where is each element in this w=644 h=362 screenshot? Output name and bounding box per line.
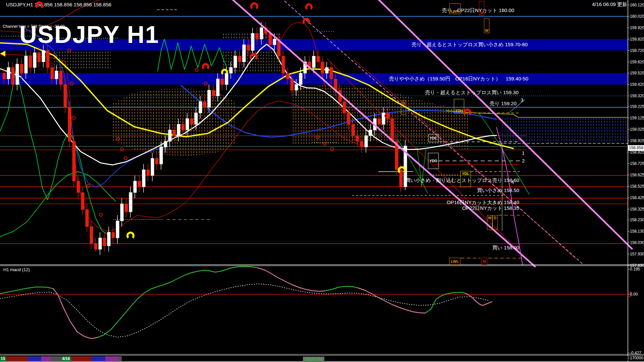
wave-count-label: 4 (511, 179, 514, 185)
candlestick (234, 56, 237, 67)
candlestick (243, 45, 246, 62)
timeline-segment (51, 356, 61, 361)
candlestick (321, 62, 324, 73)
signal-circle-icon (116, 137, 120, 141)
candlestick (59, 71, 62, 85)
candlestick (317, 56, 320, 62)
signal-circle-icon (384, 114, 388, 118)
signal-circle-icon (195, 68, 199, 72)
candlestick (24, 56, 28, 73)
macd-line-rising (325, 286, 358, 291)
price-axis-label: 158.230 (630, 218, 644, 222)
candlestick (199, 102, 202, 113)
macd-line-rising (0, 287, 53, 294)
timeline-segment (92, 356, 105, 361)
level-marker-box-label: YDL (461, 172, 471, 176)
candlestick (369, 130, 372, 136)
level-marker-box-label: YDO (428, 159, 438, 163)
current-price-badge: 158.856 (628, 145, 644, 151)
candlestick (20, 64, 23, 73)
signal-circle-icon (124, 156, 127, 160)
yellow-cloud-top (446, 111, 628, 117)
macd-toggle-button[interactable]: macd ON (303, 357, 324, 362)
price-axis-label: 158.325 (630, 207, 644, 212)
candlestick (33, 53, 36, 67)
candlestick (295, 84, 298, 90)
reversal-marker-icon (463, 109, 471, 117)
candlestick (229, 67, 232, 73)
level-marker-box-label: D (493, 216, 497, 220)
level-marker-box: W (487, 215, 492, 230)
timeline-segment (71, 356, 92, 361)
level-marker-box-label: W (484, 28, 489, 33)
level-marker-box-label: W (487, 216, 492, 220)
level-marker-box-label: LWL (449, 259, 460, 263)
symbol-ohlc-line: USDJPY,H1 158.856 158.856 158.856 158.85… (6, 2, 111, 7)
candlestick (99, 238, 102, 249)
signal-circle-icon (120, 147, 124, 151)
candlestick (72, 141, 75, 181)
candlestick (365, 136, 368, 147)
candlestick (11, 67, 14, 84)
candlestick (138, 181, 141, 187)
price-axis-label: 158.925 (630, 138, 644, 143)
signal-circle-icon (70, 82, 73, 85)
wave-count-label: 2 (522, 158, 525, 164)
timeline-date-label: 4/16 (62, 356, 70, 361)
level-marker-box: D (492, 215, 498, 230)
candlestick (251, 34, 254, 51)
timeline-segment (105, 356, 119, 361)
level-marker-box: LWH (449, 3, 461, 14)
reversal-marker-icon (202, 63, 209, 70)
candlestick (273, 39, 276, 45)
signal-circle-icon (323, 142, 327, 145)
last-updated-label: 4/16 06:09 更新 (592, 1, 627, 8)
price-axis-label: 160.120 (630, 3, 644, 7)
candlestick (356, 136, 359, 141)
price-axis-label: 159.920 (630, 25, 644, 30)
reversal-marker-icon (303, 18, 310, 25)
candlestick (151, 159, 154, 176)
candlestick (221, 79, 224, 84)
order-annotation: 買い 158.00 (492, 245, 519, 251)
price-axis-label: 158.725 (630, 161, 644, 166)
candlestick (212, 90, 215, 96)
candlestick (86, 209, 89, 227)
candlestick (81, 192, 84, 209)
green-arc-left (0, 172, 115, 237)
yellow-left-arrow-icon (0, 51, 5, 57)
ichimoku-cloud (113, 88, 235, 156)
candlestick (51, 67, 54, 79)
candlestick (160, 147, 163, 164)
candlestick (16, 64, 19, 84)
candlestick (195, 113, 198, 124)
level-marker-box: YDH (454, 99, 464, 113)
level-marker-box-label: D (401, 101, 406, 105)
candlestick (129, 192, 132, 212)
candlestick (260, 28, 263, 39)
signal-circle-icon (204, 82, 208, 85)
main-chart-canvas[interactable] (0, 0, 644, 362)
candlestick (186, 119, 189, 130)
candlestick (155, 159, 158, 164)
candlestick (330, 67, 333, 79)
candlestick (147, 170, 150, 175)
candlestick (290, 79, 293, 90)
candlestick (64, 84, 67, 107)
timeline-segment (41, 356, 51, 361)
candlestick (112, 232, 115, 238)
macd-panel-label: H1 macd (12) (3, 267, 30, 272)
candlestick (299, 73, 302, 84)
price-axis-label: 159.720 (630, 48, 644, 53)
signal-circle-icon (316, 135, 319, 139)
candlestick (203, 102, 206, 107)
candlestick (208, 90, 211, 107)
candlestick (216, 79, 219, 96)
candlestick (38, 53, 41, 62)
order-annotation: 売り・超えるとストップロス買い 159.30 (425, 89, 519, 96)
price-axis-label: 159.225 (630, 104, 644, 109)
candlestick (269, 34, 272, 45)
signal-circle-icon (330, 147, 334, 151)
level-marker-box: M (481, 258, 487, 265)
reversal-marker-icon (398, 166, 406, 174)
